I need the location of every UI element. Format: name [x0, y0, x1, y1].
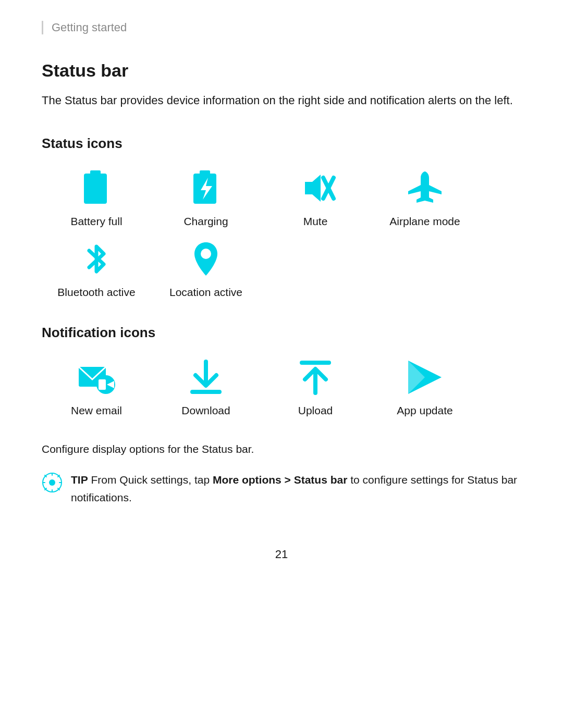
new-email-item: New email: [42, 356, 151, 417]
breadcrumb: Getting started: [42, 21, 521, 34]
tip-icon: [42, 472, 63, 493]
download-icon: [185, 356, 227, 398]
mute-label: Mute: [303, 215, 328, 228]
page-title: Status bar: [42, 60, 521, 81]
charging-label: Charging: [183, 215, 228, 228]
battery-full-item: Battery full: [42, 167, 151, 228]
new-email-icon: [76, 356, 117, 398]
upload-icon: [295, 356, 336, 398]
notification-icons-grid: New email Download Upload App update: [42, 356, 521, 417]
download-item: Download: [151, 356, 261, 417]
tip-prefix: TIP: [71, 474, 88, 486]
charging-icon: [185, 167, 227, 209]
app-update-item: App update: [370, 356, 480, 417]
mute-icon: [295, 167, 336, 209]
svg-rect-3: [200, 170, 210, 175]
status-icons-heading: Status icons: [42, 135, 521, 152]
tip-text: From Quick settings, tap: [88, 474, 213, 486]
mute-item: Mute: [261, 167, 370, 228]
location-label: Location active: [169, 286, 242, 299]
page-number: 21: [42, 548, 521, 561]
tip-content: TIP From Quick settings, tap More option…: [71, 471, 521, 506]
svg-rect-1: [90, 170, 101, 175]
battery-full-label: Battery full: [70, 215, 122, 228]
page-description: The Status bar provides device informati…: [42, 91, 521, 109]
bluetooth-icon: [76, 238, 117, 280]
battery-full-icon: [76, 167, 117, 209]
app-update-label: App update: [397, 404, 452, 417]
airplane-label: Airplane mode: [389, 215, 460, 228]
configure-text: Configure display options for the Status…: [42, 443, 521, 455]
svg-point-27: [49, 479, 55, 486]
new-email-label: New email: [71, 404, 122, 417]
airplane-icon: [404, 167, 446, 209]
svg-rect-0: [84, 174, 107, 204]
status-icons-grid: Battery full Charging Mute Airplane mode: [42, 167, 521, 299]
bluetooth-label: Bluetooth active: [57, 286, 135, 299]
download-label: Download: [181, 404, 230, 417]
svg-rect-10: [99, 379, 106, 390]
charging-item: Charging: [151, 167, 261, 228]
tip-box: TIP From Quick settings, tap More option…: [42, 471, 521, 506]
notification-icons-heading: Notification icons: [42, 325, 521, 341]
upload-item: Upload: [261, 356, 370, 417]
app-update-icon: [404, 356, 446, 398]
airplane-item: Airplane mode: [370, 167, 480, 228]
upload-label: Upload: [298, 404, 333, 417]
tip-bold: More options > Status bar: [213, 474, 347, 486]
bluetooth-item: Bluetooth active: [42, 238, 151, 299]
location-item: Location active: [151, 238, 261, 299]
location-icon: [185, 238, 227, 280]
svg-point-7: [201, 249, 211, 259]
